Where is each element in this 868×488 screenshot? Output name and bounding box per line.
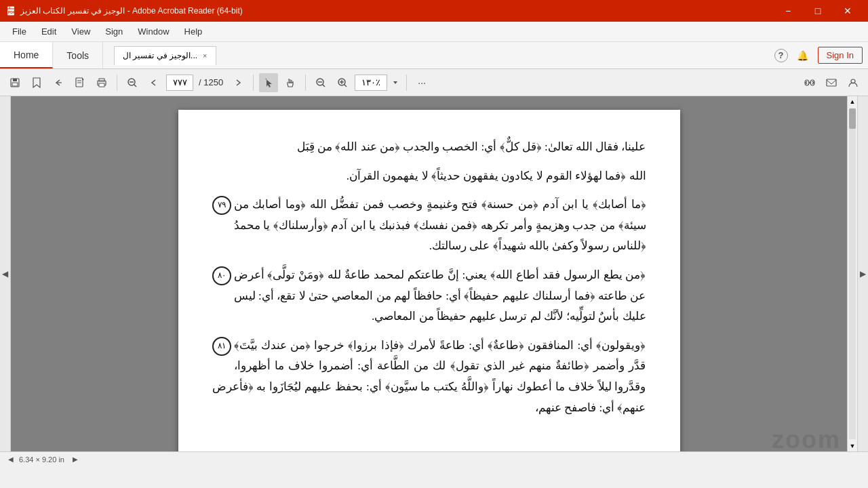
scroll-track (849, 108, 856, 439)
account-button[interactable] (844, 73, 863, 92)
zoom-level-input[interactable]: ١٣٠٪ (355, 75, 387, 91)
prev-page-button[interactable] (144, 73, 163, 92)
minimize-button[interactable]: − (773, 0, 803, 22)
pdf-icon: PDF (5, 5, 16, 16)
zoom-in-button[interactable] (333, 73, 352, 92)
toolbar: ٧٧٧ / 1250 ١٣٠٪ ··· (0, 69, 868, 96)
status-bar: ◀ 6.34 × 9.20 in ▶ (0, 451, 868, 466)
doc-tab-label: الوجيز في تفسير ال... (123, 51, 197, 60)
pdf-page: علينا، فقال الله تعالىٰ: ﴿قل كلٌّ﴾ أي: ا… (178, 110, 680, 451)
status-left-arrow[interactable]: ◀ (8, 455, 14, 463)
link-button[interactable] (800, 73, 819, 92)
nav-tab-tools[interactable]: Tools (53, 42, 103, 68)
menu-help[interactable]: Help (178, 24, 210, 39)
menu-file[interactable]: File (5, 24, 33, 39)
scroll-up-button[interactable]: ▲ (848, 96, 857, 107)
doc-tab[interactable]: الوجيز في تفسير ال... × (114, 46, 216, 65)
zoom-out-button[interactable] (123, 73, 142, 92)
scroll-down-button[interactable]: ▼ (848, 441, 857, 451)
page-dimensions: 6.34 × 9.20 in (19, 455, 64, 464)
email-button[interactable] (822, 73, 841, 92)
create-button[interactable] (71, 73, 90, 92)
more-tools-button[interactable]: ··· (412, 73, 431, 92)
sign-in-button[interactable]: Sign In (818, 47, 863, 64)
svg-rect-23 (827, 79, 836, 86)
svg-rect-9 (99, 83, 104, 87)
doc-tab-close[interactable]: × (203, 52, 207, 60)
back-button[interactable] (49, 73, 68, 92)
title-bar-title: الوجيز في تفسير الكتاب العزيز - Adobe Ac… (20, 6, 243, 16)
page-total: / 1250 (199, 77, 223, 87)
pdf-text-5: ٨١ ﴿ويقولون﴾ أي: المنافقون ﴿طاعةٌ﴾ أي: ط… (212, 336, 646, 418)
cursor-tool-button[interactable] (259, 73, 278, 92)
toolbar-separator-2 (253, 75, 254, 91)
maximize-button[interactable]: □ (803, 0, 833, 22)
hand-tool-button[interactable] (281, 73, 300, 92)
status-right-arrow[interactable]: ▶ (73, 455, 78, 463)
pdf-text-3: ٧٩ ﴿ما أصابك﴾ يا ابن آدم ﴿من حسنة﴾ فتح و… (212, 195, 646, 257)
menu-edit[interactable]: Edit (35, 24, 63, 39)
menu-window[interactable]: Window (131, 24, 176, 39)
menu-bar: File Edit View Sign Window Help (0, 22, 868, 42)
main-area: ◀ علينا، فقال الله تعالىٰ: ﴿قل كلٌّ﴾ أي:… (0, 96, 868, 451)
help-icon[interactable]: ? (774, 49, 788, 62)
pdf-text-4: ٨٠ ﴿من يطع الرسول فقد أطاع الله﴾ يعني: إ… (212, 265, 646, 327)
svg-line-18 (344, 84, 347, 87)
toolbar-separator-3 (305, 75, 306, 91)
title-bar: PDF الوجيز في تفسير الكتاب العزيز - Adob… (0, 0, 868, 22)
toolbar-separator-4 (406, 75, 407, 91)
left-panel-toggle[interactable]: ◀ (0, 96, 11, 451)
pdf-text-1: علينا، فقال الله تعالىٰ: ﴿قل كلٌّ﴾ أي: ا… (212, 137, 646, 158)
svg-line-12 (134, 84, 137, 87)
save-button[interactable] (5, 73, 24, 92)
zoom-dropdown-button[interactable] (390, 73, 401, 92)
bookmark-button[interactable] (27, 73, 46, 92)
print-button[interactable] (92, 73, 111, 92)
scroll-thumb[interactable] (849, 108, 856, 129)
svg-rect-4 (12, 83, 18, 86)
pdf-container: علينا، فقال الله تعالىٰ: ﴿قل كلٌّ﴾ أي: ا… (11, 96, 847, 451)
nav-tab-home[interactable]: Home (0, 42, 53, 68)
menu-view[interactable]: View (64, 24, 97, 39)
title-bar-left: PDF الوجيز في تفسير الكتاب العزيز - Adob… (5, 5, 243, 16)
right-panel-toggle[interactable]: ▶ (857, 96, 868, 451)
zoom-out-mag-button[interactable] (311, 73, 330, 92)
close-button[interactable]: ✕ (833, 0, 863, 22)
svg-text:PDF: PDF (8, 10, 15, 14)
svg-line-15 (323, 84, 326, 87)
next-page-button[interactable] (229, 73, 248, 92)
title-bar-controls: − □ ✕ (773, 0, 863, 22)
nav-bar: Home Tools الوجيز في تفسير ال... × ? 🔔 S… (0, 42, 868, 69)
toolbar-separator-1 (117, 75, 117, 91)
svg-rect-3 (13, 79, 17, 81)
page-number-input[interactable]: ٧٧٧ (166, 75, 193, 91)
menu-sign[interactable]: Sign (98, 24, 130, 39)
vertical-scrollbar: ▲ ▼ (847, 96, 857, 451)
pdf-text-2: الله ﴿فما لهؤلاء القوم لا يكادون يفقهون … (212, 166, 646, 187)
tab-bar-right: ? 🔔 Sign In (774, 42, 868, 68)
bell-icon[interactable]: 🔔 (796, 49, 810, 62)
